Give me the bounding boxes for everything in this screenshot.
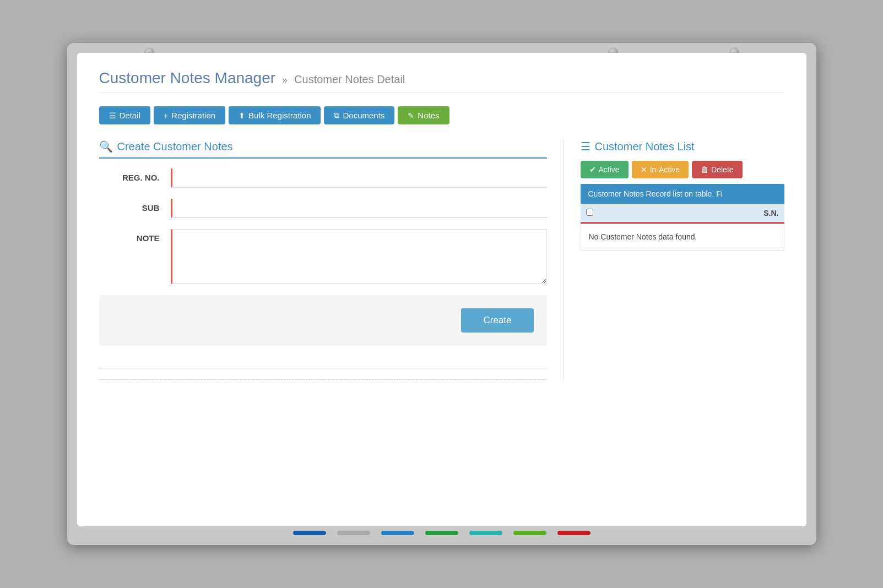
delete-button[interactable]: 🗑 Delete (692, 161, 742, 178)
sub-input[interactable] (171, 199, 547, 218)
list-table-header: S.N. (581, 204, 784, 224)
breadcrumb-detail: Customer Notes Detail (294, 73, 405, 86)
note-label: NOTE (99, 229, 171, 243)
x-icon: ✕ (641, 165, 647, 174)
list-header: Customer Notes Record list on table. Fi (581, 184, 784, 204)
tab-documents[interactable]: ⧉ Documents (324, 106, 394, 124)
marker-teal (469, 531, 502, 535)
bottom-dividers (99, 368, 547, 380)
note-textarea[interactable] (171, 229, 547, 284)
list-sn-header: S.N. (603, 209, 779, 217)
select-all-checkbox[interactable] (586, 209, 593, 216)
tab-notes[interactable]: ✎ Notes (398, 106, 449, 124)
tab-bulk-registration[interactable]: ⬆ Bulk Registration (229, 106, 321, 124)
tab-registration[interactable]: + Registration (154, 106, 225, 124)
notes-icon: ✎ (408, 111, 414, 120)
list-checkbox-header (586, 208, 603, 218)
upload-icon: ⬆ (239, 111, 245, 120)
create-section-title: 🔍 Create Customer Notes (99, 140, 547, 159)
reg-no-label: REG. NO. (99, 168, 171, 182)
bottom-bar (77, 531, 806, 535)
sub-group: SUB (99, 199, 547, 218)
marker-green (425, 531, 458, 535)
search-icon: 🔍 (99, 140, 113, 153)
right-panel: ☰ Customer Notes List ✔ Active ✕ In-Acti… (564, 140, 784, 251)
plus-icon: + (164, 111, 168, 120)
tab-detail[interactable]: ☰ Detail (99, 106, 150, 124)
reg-no-group: REG. NO. (99, 168, 547, 188)
main-layout: 🔍 Create Customer Notes REG. NO. SUB NOT… (99, 140, 784, 380)
checkmark-icon: ✔ (589, 165, 596, 174)
page-title: Customer Notes Manager (99, 69, 276, 87)
note-group: NOTE (99, 229, 547, 284)
create-button[interactable]: Create (461, 308, 533, 333)
marker-gray (337, 531, 370, 535)
marker-green2 (513, 531, 546, 535)
list-empty-message: No Customer Notes data found. (581, 224, 784, 251)
inactive-button[interactable]: ✕ In-Active (632, 161, 689, 178)
detail-icon: ☰ (109, 111, 116, 120)
list-section-title: ☰ Customer Notes List (581, 140, 784, 153)
breadcrumb-sep: » (282, 74, 288, 86)
page-header: Customer Notes Manager » Customer Notes … (99, 69, 784, 93)
left-panel: 🔍 Create Customer Notes REG. NO. SUB NOT… (99, 140, 564, 380)
active-button[interactable]: ✔ Active (581, 161, 629, 178)
marker-blue2 (381, 531, 414, 535)
marker-red (557, 531, 591, 535)
documents-icon: ⧉ (334, 111, 339, 120)
list-icon: ☰ (581, 140, 591, 153)
sub-label: SUB (99, 199, 171, 213)
form-actions: Create (99, 295, 547, 346)
trash-icon: 🗑 (701, 165, 708, 174)
marker-blue (293, 531, 326, 535)
reg-no-input[interactable] (171, 168, 547, 188)
list-action-buttons: ✔ Active ✕ In-Active 🗑 Delete (581, 161, 784, 178)
tab-bar: ☰ Detail + Registration ⬆ Bulk Registrat… (99, 106, 784, 124)
